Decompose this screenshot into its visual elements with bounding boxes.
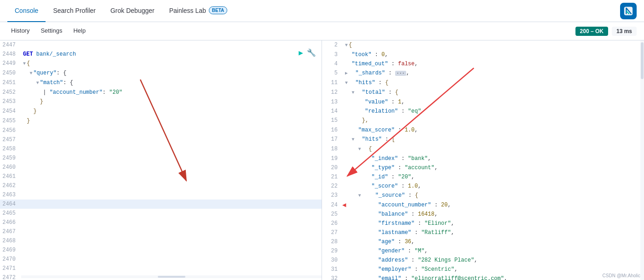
editor-line-2459: 2459 <box>0 154 322 163</box>
sub-nav-help[interactable]: Help <box>69 22 89 40</box>
out-line-21: 21 "_id" : "20", <box>322 172 644 182</box>
out-line-15: 15 }, <box>322 116 644 126</box>
editor-line-2463: 2463 <box>0 190 322 200</box>
out-line-19: 19 "_index" : "bank", <box>322 154 644 163</box>
beta-badge: BETA <box>209 6 227 14</box>
arrow-pointer: ◀ <box>342 200 346 210</box>
out-line-14: 14 "relation" : "eq" <box>322 107 644 116</box>
editor-line-2450: 2450 ▼"query": { <box>0 69 322 78</box>
scrollbar-track[interactable] <box>640 40 644 280</box>
out-line-26: 26 "firstname" : "Elinor", <box>322 219 644 228</box>
kibana-logo <box>620 3 637 19</box>
tools-button[interactable]: 🔧 <box>307 49 316 58</box>
out-line-13: 13 "value" : 1, <box>322 97 644 107</box>
editor-line-2471: 2471 <box>0 264 322 273</box>
out-line-24: 24 "account_number" : 20, ◀ <box>322 200 644 210</box>
out-line-3: 3 "took" : 0, <box>322 50 644 59</box>
editor-line-2468: 2468 <box>0 236 322 246</box>
editor-actions: ▶ 🔧 <box>299 49 316 58</box>
editor-line-2451: 2451 ▼"match": { <box>0 78 322 88</box>
out-line-18: 18 ▼ { <box>322 144 644 154</box>
time-badge: 13 ms <box>612 27 637 36</box>
out-line-27: 27 "lastname" : "Ratliff", <box>322 228 644 237</box>
out-line-5: 5 ▶ "_shards" : ···, <box>322 69 644 78</box>
tab-search-profiler[interactable]: Search Profiler <box>46 0 103 22</box>
scrollbar-thumb[interactable] <box>641 42 644 79</box>
sub-nav: History Settings Help 200 – OK 13 ms <box>0 22 644 40</box>
nav-tabs: Console Search Profiler Grok Debugger Pa… <box>7 0 235 22</box>
editor-line-2447: 2447 <box>0 40 322 50</box>
editor-line-2464: 2464 <box>0 200 322 209</box>
editor-line-2466: 2466 <box>0 218 322 227</box>
out-line-12: 12 ▼ "total" : { <box>322 88 644 97</box>
editor-line-2455: 2455 } <box>0 116 322 126</box>
editor-line-2452: 2452 | "account_number": "20" <box>0 88 322 97</box>
editor-line-2456: 2456 <box>0 126 322 135</box>
out-line-31: 31 "employer" : "Scentric", <box>322 265 644 274</box>
out-line-11: 11 ▼ "hits" : { <box>322 78 644 88</box>
out-line-29: 29 "gender" : "M", <box>322 246 644 256</box>
sub-nav-history[interactable]: History <box>7 22 33 40</box>
editor-line-2462: 2462 <box>0 181 322 190</box>
output-panel: 2 ▼{ 3 "took" : 0, 4 "timed_out" : false… <box>322 40 644 280</box>
tab-grok-debugger[interactable]: Grok Debugger <box>103 0 162 22</box>
editor-line-2448: 2448 GET bank/_search ▶ 🔧 <box>0 50 322 59</box>
editor-line-2460: 2460 <box>0 163 322 172</box>
editor-line-2461: 2461 <box>0 172 322 181</box>
tab-painless-lab[interactable]: Painless Lab BETA <box>162 0 235 22</box>
app-container: Console Search Profiler Grok Debugger Pa… <box>0 0 644 280</box>
sub-nav-items: History Settings Help <box>7 22 89 40</box>
editor-line-2465: 2465 <box>0 209 322 218</box>
out-line-22: 22 "_score" : 1.0, <box>322 182 644 191</box>
out-line-2: 2 ▼{ <box>322 40 644 50</box>
out-line-25: 25 "balance" : 16418, <box>322 210 644 219</box>
out-line-4: 4 "timed_out" : false, <box>322 59 644 69</box>
out-line-32: 32 "email" : "elinorratliff@scentric.com… <box>322 274 644 280</box>
editor-line-2453: 2453 } <box>0 97 322 107</box>
top-nav: Console Search Profiler Grok Debugger Pa… <box>0 0 644 22</box>
status-badge: 200 – OK <box>575 27 608 36</box>
editor-line-2469: 2469 <box>0 246 322 255</box>
out-line-16: 16 "max_score" : 1.0, <box>322 126 644 135</box>
out-line-20: 20 "_type" : "account", <box>322 163 644 172</box>
watermark: CSDN @Mr.Aholic <box>603 273 640 278</box>
scrollbar-bottom[interactable] <box>21 275 322 278</box>
editor-line-2467: 2467 <box>0 227 322 236</box>
out-line-23: 23 ▼ "_source" : { <box>322 191 644 200</box>
out-line-17: 17 ▼ "hits" : [ <box>322 135 644 144</box>
sub-nav-right: 200 – OK 13 ms <box>575 27 637 36</box>
editor-line-2470: 2470 <box>0 255 322 264</box>
sub-nav-settings[interactable]: Settings <box>37 22 66 40</box>
main-content: 2447 2448 GET bank/_search ▶ 🔧 2449 ▼{ 2… <box>0 40 644 280</box>
editor-line-2457: 2457 <box>0 135 322 144</box>
out-line-28: 28 "age" : 36, <box>322 237 644 246</box>
out-line-30: 30 "address" : "282 Kings Place", <box>322 256 644 265</box>
editor-line-2454: 2454 } <box>0 107 322 116</box>
editor-line-2458: 2458 <box>0 144 322 154</box>
tab-console[interactable]: Console <box>7 0 46 22</box>
editor-line-2449: 2449 ▼{ <box>0 59 322 69</box>
editor-panel[interactable]: 2447 2448 GET bank/_search ▶ 🔧 2449 ▼{ 2… <box>0 40 322 280</box>
run-button[interactable]: ▶ <box>299 49 303 58</box>
